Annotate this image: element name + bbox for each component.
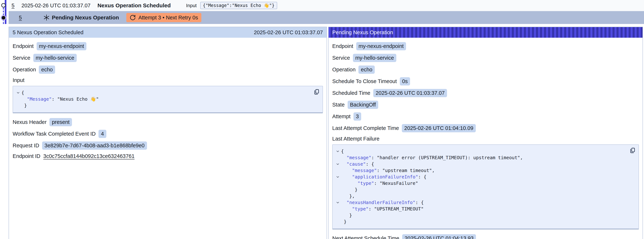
pending-fields-top: Endpoint my-nexus-endpoint Service my-he… bbox=[332, 42, 639, 132]
field-value: 2025-02-26 UTC 01:04:10.09 bbox=[402, 124, 476, 132]
code-line: } bbox=[334, 212, 626, 218]
code-line: "message": "upstream timeout", bbox=[334, 167, 626, 174]
collapse-chevron-icon[interactable] bbox=[15, 91, 22, 95]
code-line: } bbox=[15, 102, 310, 109]
scheduled-panel-title: 5 Nexus Operation Scheduled bbox=[13, 30, 84, 36]
field-value: BackingOff bbox=[348, 101, 378, 109]
field-value[interactable]: 3c0c75ccfa8144b092c13ce632463761 bbox=[44, 153, 134, 159]
code-line: "Message": "Nexus Echo 👋" bbox=[15, 96, 310, 102]
event-title: Pending Nexus Operation bbox=[52, 14, 119, 21]
field-label: Next Attempt Schedule Time bbox=[332, 235, 399, 239]
field-row-endpoint: Endpoint my-nexus-endpoint bbox=[332, 42, 639, 50]
field-label: Operation bbox=[332, 66, 356, 73]
field-row-scheduled-time: Scheduled Time 2025-02-26 UTC 01:03:37.0… bbox=[332, 89, 639, 97]
scheduled-event-panel: 5 Nexus Operation Scheduled 2025-02-26 U… bbox=[8, 27, 327, 239]
field-value: my-nexus-endpoint bbox=[356, 42, 406, 50]
retry-icon bbox=[130, 14, 136, 21]
collapse-chevron-icon[interactable] bbox=[334, 200, 341, 204]
event-timestamp: 2025-02-26 UTC 01:03:37.07 bbox=[22, 2, 90, 8]
field-label: Service bbox=[13, 55, 30, 61]
code-line: { bbox=[334, 148, 626, 154]
input-json-code: {"Message": "Nexus Echo 👋"} bbox=[15, 90, 310, 109]
field-label: Last Attempt Complete Time bbox=[332, 125, 399, 131]
field-value: my-hello-service bbox=[353, 54, 396, 62]
code-line: "applicationFailureInfo": { bbox=[334, 174, 626, 180]
pending-panel-body: Endpoint my-nexus-endpoint Service my-he… bbox=[328, 38, 642, 239]
failure-json-code: {"message": "handler error (UPSTREAM_TIM… bbox=[334, 148, 626, 225]
event-id-link[interactable]: 5 bbox=[19, 15, 22, 21]
event-input-label: Input bbox=[186, 3, 197, 8]
input-json-block: {"Message": "Nexus Echo 👋"} bbox=[13, 86, 323, 113]
code-line: }, bbox=[334, 193, 626, 199]
code-line: "nexusHandlerFailureInfo": { bbox=[334, 199, 626, 206]
event-row-nexus-operation-scheduled[interactable]: 5 2025-02-26 UTC 01:03:37.07 Nexus Opera… bbox=[8, 0, 644, 11]
field-row-service: Service my-hello-service bbox=[13, 54, 323, 62]
field-row-endpoint: Endpoint my-nexus-endpoint bbox=[13, 42, 323, 50]
code-line: "type": "UPSTREAM_TIMEOUT" bbox=[334, 206, 626, 212]
scheduled-panel-body: Endpoint my-nexus-endpoint Service my-he… bbox=[9, 38, 326, 166]
field-row-workflow-task-completed-event-id: Workflow Task Completed Event ID 4 bbox=[13, 130, 323, 138]
field-row-service: Service my-hello-service bbox=[332, 54, 639, 62]
event-timeline bbox=[0, 0, 8, 25]
field-value: 4 bbox=[98, 130, 106, 138]
copy-button[interactable] bbox=[629, 147, 636, 154]
field-value: echo bbox=[358, 66, 375, 74]
scheduled-panel-time: 2025-02-26 UTC 01:03:37.07 bbox=[254, 30, 323, 36]
field-label: Nexus Header bbox=[13, 119, 46, 125]
field-row-endpoint-id: Endpoint ID 3c0c75ccfa8144b092c13ce63246… bbox=[13, 153, 323, 159]
field-value: my-nexus-endpoint bbox=[36, 42, 86, 50]
pending-fields-bottom: Next Attempt Schedule Time 2025-02-26 UT… bbox=[332, 234, 639, 239]
field-label: Operation bbox=[13, 66, 36, 73]
code-line: } bbox=[334, 186, 626, 193]
retry-badge-text: Attempt 3 • Next Retry 0s bbox=[138, 15, 198, 21]
retry-status-badge: Attempt 3 • Next Retry 0s bbox=[126, 13, 201, 22]
code-line: { bbox=[15, 90, 310, 96]
event-row-pending-nexus-operation[interactable]: 5 Pending Nexus Operation Attempt 3 • Ne… bbox=[8, 11, 644, 24]
field-label: Scheduled Time bbox=[332, 90, 370, 96]
pending-panel-header: Pending Nexus Operation bbox=[328, 27, 642, 38]
scheduled-fields-bottom: Nexus Header present Workflow Task Compl… bbox=[13, 118, 323, 159]
timeline-node-filled-icon bbox=[2, 16, 5, 20]
field-row-request-id: Request ID 3e829b7e-7d67-4b08-aad3-b1e86… bbox=[13, 142, 323, 150]
event-title: Nexus Operation Scheduled bbox=[98, 2, 170, 8]
field-label: Endpoint ID bbox=[13, 153, 40, 159]
field-label: Request ID bbox=[13, 142, 39, 148]
field-label: State bbox=[332, 102, 345, 108]
copy-button[interactable] bbox=[314, 89, 320, 95]
input-section-label: Input bbox=[13, 77, 323, 83]
event-detail-panels: 5 Nexus Operation Scheduled 2025-02-26 U… bbox=[8, 27, 643, 239]
field-value: present bbox=[50, 118, 72, 126]
field-row-operation: Operation echo bbox=[13, 66, 323, 74]
field-label: Workflow Task Completed Event ID bbox=[13, 131, 96, 137]
field-label: Schedule To Close Timeout bbox=[332, 78, 397, 84]
scheduled-panel-header: 5 Nexus Operation Scheduled 2025-02-26 U… bbox=[9, 27, 326, 38]
pending-panel-title: Pending Nexus Operation bbox=[332, 30, 393, 36]
field-label: Attempt bbox=[332, 114, 350, 120]
code-line: "cause": { bbox=[334, 161, 626, 167]
collapse-chevron-icon[interactable] bbox=[334, 149, 341, 153]
field-row-next-attempt-schedule-time: Next Attempt Schedule Time 2025-02-26 UT… bbox=[332, 234, 639, 239]
event-rows: 5 2025-02-26 UTC 01:03:37.07 Nexus Opera… bbox=[8, 0, 644, 24]
event-input-value-chip: {"Message":"Nexus Echo 👋"} bbox=[200, 2, 277, 9]
code-line: "type": "NexusFailure" bbox=[334, 180, 626, 186]
field-value: echo bbox=[39, 66, 55, 74]
field-value: 3 bbox=[354, 112, 361, 120]
field-value: 2025-02-26 UTC 01:04:13.93 bbox=[402, 234, 476, 239]
field-row-nexus-header: Nexus Header present bbox=[13, 118, 323, 126]
event-id-link[interactable]: 5 bbox=[12, 2, 14, 8]
code-line: } bbox=[334, 218, 626, 225]
field-label: Endpoint bbox=[13, 43, 34, 49]
field-row-schedule-to-close-timeout: Schedule To Close Timeout 0s bbox=[332, 77, 639, 86]
field-label: Service bbox=[332, 55, 350, 61]
failure-json-block: {"message": "handler error (UPSTREAM_TIM… bbox=[332, 144, 639, 230]
collapse-chevron-icon[interactable] bbox=[334, 175, 341, 179]
failure-section-label: Last Attempt Failure bbox=[332, 136, 639, 142]
field-value: 0s bbox=[400, 77, 410, 86]
field-value: 2025-02-26 UTC 01:03:37.07 bbox=[373, 89, 447, 97]
collapse-chevron-icon[interactable] bbox=[334, 162, 341, 166]
field-row-last-attempt-complete-time: Last Attempt Complete Time 2025-02-26 UT… bbox=[332, 124, 639, 132]
pending-spinner-icon bbox=[43, 14, 50, 21]
scheduled-fields-top: Endpoint my-nexus-endpoint Service my-he… bbox=[13, 42, 323, 74]
code-line: "message": "handler error (UPSTREAM_TIME… bbox=[334, 154, 626, 161]
field-row-attempt: Attempt 3 bbox=[332, 112, 639, 120]
